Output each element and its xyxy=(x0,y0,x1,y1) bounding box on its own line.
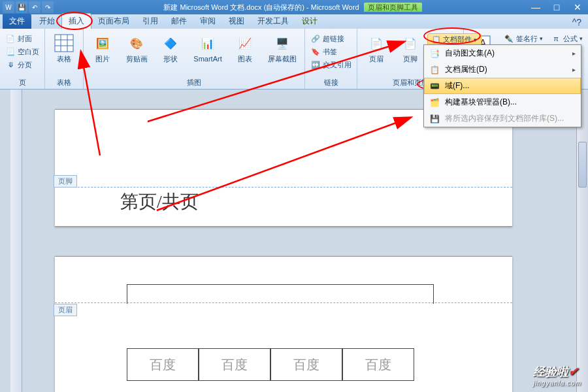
picture-icon: 🖼️ xyxy=(92,33,113,54)
cover-page-icon: 📄 xyxy=(5,33,16,44)
shapes-icon: 🔷 xyxy=(160,33,181,54)
vertical-ruler[interactable] xyxy=(10,90,22,392)
quickparts-icon: 📋 xyxy=(432,35,441,44)
hyperlink-button[interactable]: 🔗超链接 xyxy=(309,33,353,44)
group-pages: 📄封面 📃空白页 ⤋分页 页 xyxy=(0,29,45,89)
group-links: 🔗超链接 🔖书签 ↔️交叉引用 链接 xyxy=(305,29,357,89)
ribbon-tabs: 文件 开始 插入 页面布局 引用 邮件 审阅 视图 开发工具 设计 ㅤㅤ^ㅤ? xyxy=(0,14,588,29)
scrollbar-thumb[interactable] xyxy=(578,142,587,188)
table-icon xyxy=(54,33,74,54)
picture-button[interactable]: 🖼️图片 xyxy=(88,33,118,63)
tab-insert[interactable]: 插入 xyxy=(61,13,91,29)
chevron-right-icon: ▸ xyxy=(572,50,576,57)
save-icon[interactable]: 💾 xyxy=(16,1,27,13)
bookmark-icon: 🔖 xyxy=(310,46,321,57)
tab-file[interactable]: 文件 xyxy=(3,14,31,29)
group-label-tables: 表格 xyxy=(57,78,71,89)
tab-layout[interactable]: 页面布局 xyxy=(91,14,136,29)
screenshot-button[interactable]: 🖥️屏幕截图 xyxy=(264,33,301,63)
table-cell[interactable]: 百度 xyxy=(127,348,199,381)
field-icon: 📟 xyxy=(429,81,440,91)
quick-access-toolbar: W 💾 ↶ ↷ xyxy=(3,1,54,13)
table-cell[interactable]: 百度 xyxy=(342,348,414,381)
dropdown-autotext[interactable]: 📑 自动图文集(A) ▸ xyxy=(424,45,581,61)
chart-icon: 📈 xyxy=(235,33,255,54)
autotext-icon: 📑 xyxy=(429,48,440,59)
tab-mailings[interactable]: 邮件 xyxy=(165,14,193,29)
save-gallery-icon: 💾 xyxy=(429,114,440,124)
footer-button[interactable]: 📄页脚 xyxy=(395,33,425,63)
tab-developer[interactable]: 开发工具 xyxy=(251,14,295,29)
chevron-down-icon: ▾ xyxy=(474,37,477,43)
footer-boundary xyxy=(55,187,512,188)
blocks-icon: 🗂️ xyxy=(429,97,440,108)
watermark: 经验啦✔ jingyanla.com xyxy=(533,364,581,387)
redo-icon[interactable]: ↷ xyxy=(42,1,54,13)
footer-tag: 页脚 xyxy=(54,175,77,188)
quickparts-dropdown: 📑 自动图文集(A) ▸ 📋 文档属性(D) ▸ 📟 域(F)... 🗂️ 构建… xyxy=(423,44,581,127)
footer-icon: 📄 xyxy=(400,33,421,54)
signature-button[interactable]: ✒️签名行▾ xyxy=(502,33,544,44)
vertical-scrollbar[interactable] xyxy=(576,90,588,392)
page-break-icon: ⤋ xyxy=(5,59,16,70)
tab-view[interactable]: 视图 xyxy=(222,14,251,29)
tab-home[interactable]: 开始 xyxy=(33,14,61,29)
ribbon-help-icon[interactable]: ㅤㅤ^ㅤ? xyxy=(572,17,588,29)
dropdown-field[interactable]: 📟 域(F)... xyxy=(424,78,581,94)
equation-button[interactable]: π公式▾ xyxy=(549,33,584,44)
svg-rect-0 xyxy=(55,35,73,52)
document-area: 页脚 第页/共页 页眉 百度 百度 百度 百度 xyxy=(0,90,588,392)
smartart-button[interactable]: 📊SmartArt xyxy=(189,33,226,63)
shapes-button[interactable]: 🔷形状 xyxy=(155,33,186,63)
blank-page-button[interactable]: 📃空白页 xyxy=(4,46,41,57)
smartart-icon: 📊 xyxy=(197,33,218,54)
header-button[interactable]: 📄页眉 xyxy=(361,33,391,63)
page-break-button[interactable]: ⤋分页 xyxy=(4,59,41,71)
context-tab-label: 页眉和页脚工具 xyxy=(364,3,422,12)
minimize-button[interactable]: — xyxy=(528,2,544,12)
chevron-right-icon: ▸ xyxy=(572,66,576,73)
tab-review[interactable]: 审阅 xyxy=(193,14,222,29)
dropdown-blocks[interactable]: 🗂️ 构建基块管理器(B)... xyxy=(424,94,581,110)
group-label-links: 链接 xyxy=(324,78,338,89)
hyperlink-icon: 🔗 xyxy=(310,33,321,44)
blank-page-icon: 📃 xyxy=(5,46,16,57)
crossref-button[interactable]: ↔️交叉引用 xyxy=(309,59,353,71)
table-cell[interactable]: 百度 xyxy=(270,348,342,381)
bookmark-button[interactable]: 🔖书签 xyxy=(309,46,353,57)
header-tag: 页眉 xyxy=(54,304,77,316)
signature-icon: ✒️ xyxy=(504,33,514,44)
group-tables: 表格 表格 xyxy=(45,29,84,89)
undo-icon[interactable]: ↶ xyxy=(29,1,41,13)
crossref-icon: ↔️ xyxy=(310,59,321,70)
page-2[interactable]: 页眉 百度 百度 百度 百度 xyxy=(55,256,512,392)
table-cell[interactable]: 百度 xyxy=(199,348,270,381)
dropdown-save: 💾 将所选内容保存到文档部件库(S)... xyxy=(424,110,581,127)
header-icon: 📄 xyxy=(366,33,387,54)
maximize-button[interactable]: □ xyxy=(549,2,564,12)
doc-title: 新建 Microsoft Word 文档.docx (自动保存的) - Micr… xyxy=(163,3,359,11)
tab-references[interactable]: 引用 xyxy=(136,14,165,29)
clipart-button[interactable]: 🎨剪贴画 xyxy=(122,33,152,63)
close-button[interactable]: ✕ xyxy=(570,2,585,12)
clipart-icon: 🎨 xyxy=(126,33,147,54)
window-title: 新建 Microsoft Word 文档.docx (自动保存的) - Micr… xyxy=(57,3,528,12)
group-illustrations: 🖼️图片 🎨剪贴画 🔷形状 📊SmartArt 📈图表 🖥️屏幕截图 插图 xyxy=(84,29,305,89)
equation-icon: π xyxy=(551,33,561,44)
screenshot-icon: 🖥️ xyxy=(272,33,293,54)
dropdown-docprops[interactable]: 📋 文档属性(D) ▸ xyxy=(424,61,581,78)
window-controls: — □ ✕ xyxy=(528,2,585,12)
table-row: 百度 百度 百度 百度 xyxy=(127,348,414,381)
group-label-illustrations: 插图 xyxy=(187,78,201,89)
footer-content[interactable]: 第页/共页 xyxy=(120,189,199,214)
tab-design[interactable]: 设计 xyxy=(295,14,324,29)
title-bar: W 💾 ↶ ↷ 新建 Microsoft Word 文档.docx (自动保存的… xyxy=(0,0,588,14)
group-label-pages: 页 xyxy=(19,78,26,89)
table-button[interactable]: 表格 xyxy=(49,33,79,63)
cover-page-button[interactable]: 📄封面 xyxy=(4,33,41,44)
docprops-icon: 📋 xyxy=(429,65,440,75)
table-header-row xyxy=(127,284,434,304)
word-icon[interactable]: W xyxy=(3,1,14,13)
chart-button[interactable]: 📈图表 xyxy=(230,33,260,63)
